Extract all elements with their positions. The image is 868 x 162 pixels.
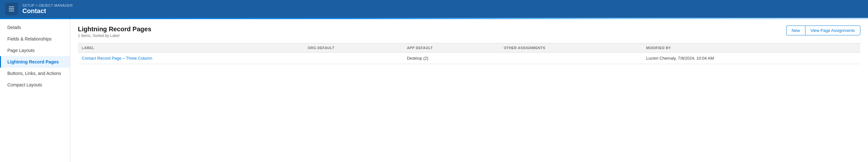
- sidebar: Details Fields & Relationships Page Layo…: [0, 19, 70, 162]
- col-org-default: ORG DEFAULT: [304, 43, 403, 53]
- col-app-default: APP DEFAULT: [403, 43, 500, 53]
- sidebar-item-lightning-record-pages[interactable]: Lightning Record Pages: [0, 56, 70, 68]
- breadcrumb-setup: SETUP: [22, 3, 34, 7]
- header-actions: New View Page Assignments: [786, 26, 860, 35]
- cell-label: Contact Record Page – Three Column: [78, 53, 304, 64]
- sidebar-item-compact-layouts[interactable]: Compact Layouts: [0, 79, 70, 91]
- cell-app-default: Desktop (2): [403, 53, 500, 64]
- breadcrumb-separator: >: [35, 3, 38, 7]
- content-title-block: Lightning Record Pages 1 Items, Sorted b…: [78, 26, 151, 38]
- sidebar-item-details[interactable]: Details: [0, 22, 70, 33]
- breadcrumb-area: SETUP > OBJECT MANAGER Contact: [22, 3, 73, 15]
- sidebar-item-buttons-links[interactable]: Buttons, Links, and Actions: [0, 68, 70, 79]
- app-icon: [5, 3, 18, 15]
- table-header-row: LABEL ORG DEFAULT APP DEFAULT OTHER ASSI…: [78, 43, 860, 53]
- sidebar-item-fields-label: Fields & Relationships: [7, 36, 52, 41]
- view-page-assignments-button[interactable]: View Page Assignments: [805, 26, 860, 35]
- content-subtitle: 1 Items, Sorted by Label: [78, 33, 151, 38]
- cell-org-default: [304, 53, 403, 64]
- sidebar-item-page-layouts[interactable]: Page Layouts: [0, 45, 70, 56]
- content-header: Lightning Record Pages 1 Items, Sorted b…: [78, 26, 860, 38]
- col-modified-by: MODIFIED BY: [642, 43, 860, 53]
- breadcrumb: SETUP > OBJECT MANAGER: [22, 3, 73, 7]
- cell-modified-by: Lucien Chemaly, 7/8/2024, 10:04 AM: [642, 53, 860, 64]
- sidebar-item-fields-relationships[interactable]: Fields & Relationships: [0, 33, 70, 45]
- sidebar-item-details-label: Details: [7, 25, 21, 30]
- app-header: SETUP > OBJECT MANAGER Contact: [0, 0, 868, 18]
- table-row: Contact Record Page – Three Column Deskt…: [78, 53, 860, 64]
- table-head: LABEL ORG DEFAULT APP DEFAULT OTHER ASSI…: [78, 43, 860, 53]
- main-content: Lightning Record Pages 1 Items, Sorted b…: [70, 19, 868, 162]
- new-button[interactable]: New: [786, 26, 805, 35]
- cell-other-assignments: [500, 53, 642, 64]
- table-body: Contact Record Page – Three Column Deskt…: [78, 53, 860, 64]
- breadcrumb-object-manager: OBJECT MANAGER: [39, 3, 72, 7]
- sidebar-item-page-layouts-label: Page Layouts: [7, 48, 35, 53]
- main-layout: Details Fields & Relationships Page Layo…: [0, 19, 868, 162]
- page-title: Contact: [22, 7, 73, 15]
- record-page-link[interactable]: Contact Record Page – Three Column: [82, 56, 152, 61]
- sidebar-item-buttons-label: Buttons, Links, and Actions: [7, 71, 61, 76]
- sidebar-item-lightning-label: Lightning Record Pages: [7, 59, 59, 64]
- lightning-pages-table: LABEL ORG DEFAULT APP DEFAULT OTHER ASSI…: [78, 43, 860, 64]
- content-title: Lightning Record Pages: [78, 26, 151, 33]
- sidebar-item-compact-label: Compact Layouts: [7, 82, 42, 87]
- col-label: LABEL: [78, 43, 304, 53]
- col-other-assignments: OTHER ASSIGNMENTS: [500, 43, 642, 53]
